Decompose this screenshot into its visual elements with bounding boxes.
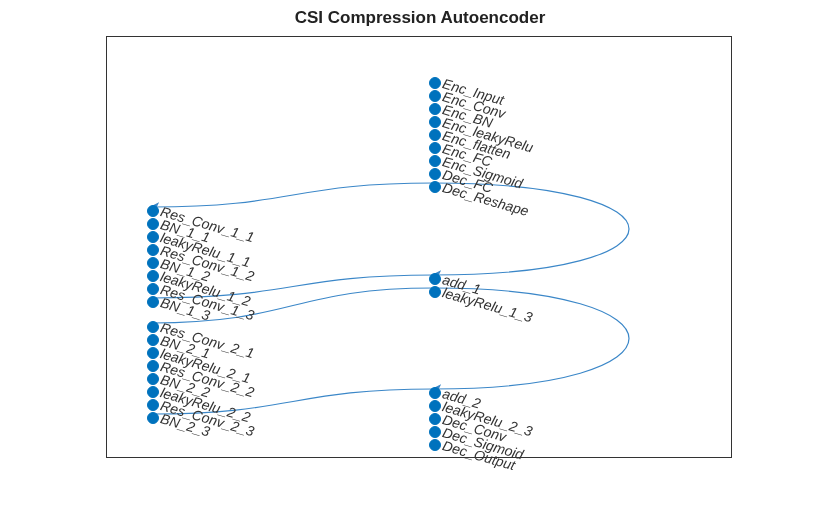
node-icon xyxy=(147,296,159,308)
layer-node: Dec_Output xyxy=(429,435,518,453)
node-icon xyxy=(429,286,441,298)
node-icon xyxy=(147,412,159,424)
plot-box: Enc_InputEnc_ConvEnc_BNEnc_leakyReluEnc_… xyxy=(106,36,732,458)
layer-node: BN_1_3 xyxy=(147,292,212,310)
node-icon xyxy=(429,439,441,451)
layer-node: BN_2_3 xyxy=(147,408,212,426)
node-label: Dec_Output xyxy=(441,437,517,473)
layer-node: Dec_Reshape xyxy=(429,177,532,195)
node-icon xyxy=(429,181,441,193)
layer-node: leakyRelu_1_3 xyxy=(429,282,536,300)
canvas: CSI Compression Autoencoder Enc_InputEnc… xyxy=(0,0,840,506)
plot-title: CSI Compression Autoencoder xyxy=(0,8,840,28)
